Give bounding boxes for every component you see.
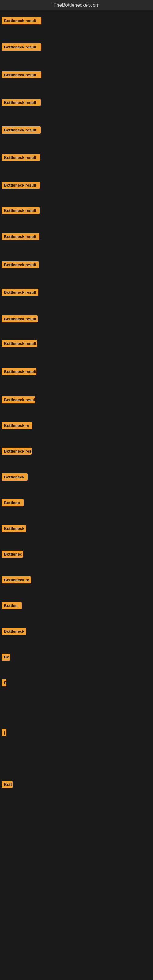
bottleneck-row-23: Bottlen [2,602,22,610]
bottleneck-row-10: Bottleneck result [2,261,39,269]
bottleneck-badge-16[interactable]: Bottleneck re [2,422,32,429]
bottleneck-badge-27[interactable]: | [2,729,6,736]
bottleneck-row-11: Bottleneck result [2,289,38,297]
bottleneck-badge-26[interactable]: B [2,679,6,686]
bottleneck-row-25: Bo [2,654,10,662]
bottleneck-badge-21[interactable]: Bottlenec [2,550,23,558]
bottleneck-badge-15[interactable]: Bottleneck result [2,396,35,403]
bottleneck-badge-9[interactable]: Bottleneck result [2,233,40,240]
bottleneck-row-27: | [2,729,6,737]
bottleneck-row-7: Bottleneck result [2,181,40,190]
bottleneck-badge-11[interactable]: Bottleneck result [2,289,38,296]
bottleneck-row-6: Bottleneck result [2,154,40,162]
bottleneck-row-28: Bott [2,781,13,789]
bottleneck-badge-23[interactable]: Bottlen [2,602,22,609]
bottleneck-badge-28[interactable]: Bott [2,781,13,788]
bottleneck-badge-24[interactable]: Bottleneck [2,628,26,635]
bottleneck-row-15: Bottleneck result [2,396,35,404]
bottleneck-row-22: Bottleneck re [2,576,31,585]
bottleneck-badge-10[interactable]: Bottleneck result [2,261,39,268]
bottleneck-badge-14[interactable]: Bottleneck result [2,368,37,375]
bottleneck-row-1: Bottleneck result [2,17,41,25]
bottleneck-badge-20[interactable]: Bottleneck [2,525,26,532]
bottleneck-badge-6[interactable]: Bottleneck result [2,154,40,161]
bottleneck-badge-1[interactable]: Bottleneck result [2,17,41,24]
bottleneck-badge-12[interactable]: Bottleneck result [2,315,38,323]
bottleneck-row-12: Bottleneck result [2,315,38,324]
bottleneck-row-17: Bottleneck resul [2,448,32,456]
bottleneck-row-8: Bottleneck result [2,207,40,215]
bottleneck-row-4: Bottleneck result [2,99,41,107]
bottleneck-row-3: Bottleneck result [2,72,41,80]
bottleneck-row-5: Bottleneck result [2,126,41,135]
bottleneck-badge-2[interactable]: Bottleneck result [2,43,41,51]
bottleneck-row-9: Bottleneck result [2,233,40,241]
bottleneck-badge-18[interactable]: Bottleneck [2,474,27,480]
bottleneck-row-21: Bottlenec [2,550,23,559]
bottleneck-row-19: Bottlene [2,499,24,508]
bottleneck-badge-5[interactable]: Bottleneck result [2,126,41,134]
bottleneck-row-20: Bottleneck [2,525,26,533]
bottleneck-badge-8[interactable]: Bottleneck result [2,207,40,214]
bottleneck-row-13: Bottleneck result [2,340,37,348]
bottleneck-row-18: Bottleneck [2,474,27,482]
bottleneck-badge-4[interactable]: Bottleneck result [2,99,41,106]
bottleneck-badge-25[interactable]: Bo [2,654,10,660]
bottleneck-row-26: B [2,679,6,687]
bottleneck-badge-17[interactable]: Bottleneck resul [2,448,32,455]
bottleneck-badge-13[interactable]: Bottleneck result [2,340,37,347]
bottleneck-badge-19[interactable]: Bottlene [2,499,24,506]
bottleneck-badge-3[interactable]: Bottleneck result [2,72,41,78]
bottleneck-row-16: Bottleneck re [2,422,32,430]
bottleneck-badge-22[interactable]: Bottleneck re [2,576,31,584]
bottleneck-row-24: Bottleneck [2,628,26,636]
bottleneck-row-14: Bottleneck result [2,368,37,376]
site-title: TheBottlenecker.com [0,0,153,10]
bottleneck-row-2: Bottleneck result [2,43,41,52]
bottleneck-badge-7[interactable]: Bottleneck result [2,181,40,189]
